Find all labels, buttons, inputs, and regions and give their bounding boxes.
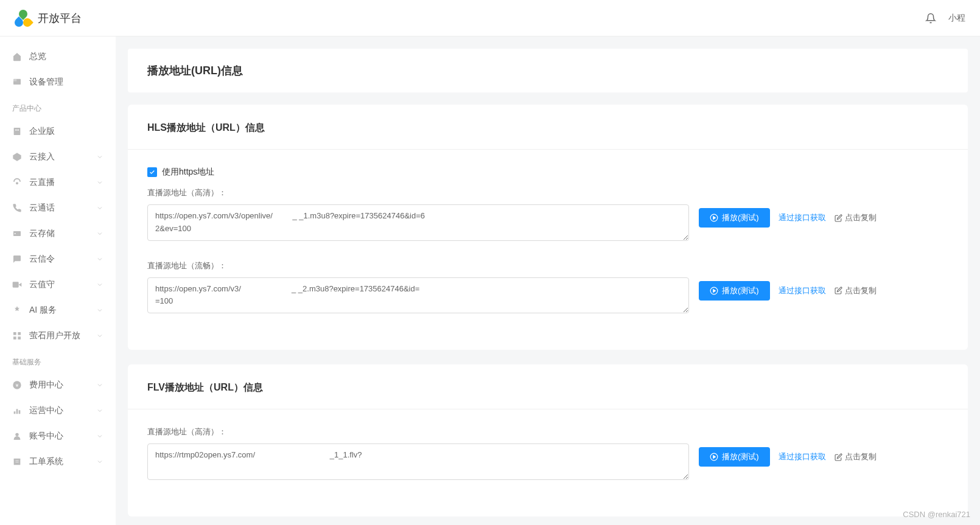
https-checkbox-label: 使用https地址 [162, 167, 214, 178]
copy-button[interactable]: 点击复制 [835, 451, 877, 462]
chevron-down-icon [96, 307, 103, 314]
svg-rect-11 [13, 336, 16, 339]
api-get-link[interactable]: 通过接口获取 [779, 285, 826, 296]
svg-rect-12 [18, 336, 21, 339]
flv-hd-url-input[interactable] [147, 443, 689, 480]
sidebar-item-account[interactable]: 账号中心 [0, 423, 116, 449]
edit-icon [835, 214, 842, 222]
svg-rect-2 [14, 128, 21, 135]
divider [128, 409, 968, 409]
sidebar-item-label: 工单系统 [29, 456, 89, 467]
play-button[interactable]: 播放(测试) [699, 208, 770, 228]
sidebar-section-product: 产品中心 [0, 95, 116, 119]
svg-point-8 [15, 233, 16, 234]
ai-icon [12, 305, 22, 315]
sidebar-item-cloud-guard[interactable]: 云值守 [0, 272, 116, 297]
user-name[interactable]: 小程 [948, 13, 965, 24]
sidebar-item-ops[interactable]: 运营中心 [0, 398, 116, 423]
sidebar-item-label: 账号中心 [29, 431, 89, 442]
sidebar-item-label: 设备管理 [29, 77, 103, 88]
svg-point-18 [15, 433, 18, 436]
divider [128, 149, 968, 150]
svg-rect-4 [18, 130, 19, 131]
api-get-link[interactable]: 通过接口获取 [779, 212, 826, 223]
copy-button[interactable]: 点击复制 [835, 285, 877, 296]
chart-icon [12, 406, 22, 415]
api-get-link[interactable]: 通过接口获取 [779, 451, 826, 462]
sidebar-item-label: AI 服务 [29, 305, 89, 316]
notification-icon[interactable] [925, 13, 936, 24]
copy-button[interactable]: 点击复制 [835, 212, 877, 223]
sidebar-item-cloud-live[interactable]: 云直播 [0, 170, 116, 195]
svg-marker-23 [713, 217, 716, 220]
hls-sd-label: 直播源地址（流畅）： [147, 260, 948, 271]
sidebar-item-overview[interactable]: 总览 [0, 44, 116, 69]
sidebar-item-label: 运营中心 [29, 405, 89, 416]
sidebar-item-cloud-talk[interactable]: 云通话 [0, 195, 116, 221]
svg-marker-25 [713, 289, 716, 292]
chevron-down-icon [96, 458, 103, 465]
https-checkbox[interactable] [147, 167, 157, 177]
play-button[interactable]: 播放(测试) [699, 281, 770, 301]
chevron-down-icon [96, 230, 103, 237]
svg-rect-19 [14, 459, 21, 465]
hls-hd-url-input[interactable] [147, 204, 689, 241]
sidebar-item-ticket[interactable]: 工单系统 [0, 449, 116, 475]
chevron-down-icon [96, 256, 103, 263]
hls-hd-block: 直播源地址（高清）： 播放(测试) 通过接口获取 点击复制 [147, 187, 948, 241]
flv-hd-block: 直播源地址（高清）： 播放(测试) 通过接口获取 点击复制 [147, 426, 948, 480]
svg-rect-16 [16, 409, 18, 414]
platform-title: 开放平台 [38, 11, 82, 26]
sidebar-item-label: 云存储 [29, 228, 89, 239]
hls-hd-label: 直播源地址（高清）： [147, 187, 948, 198]
sidebar-item-label: 费用中心 [29, 380, 89, 391]
play-button[interactable]: 播放(测试) [699, 447, 770, 467]
flv-hd-label: 直播源地址（高清）： [147, 426, 948, 437]
message-icon [12, 254, 22, 264]
logo-icon [15, 10, 32, 27]
cloud-live-icon [12, 178, 22, 187]
chevron-down-icon [96, 407, 103, 414]
sidebar: 总览 设备管理 产品中心 企业版 云接入 云直播 云通话 [0, 37, 116, 525]
hls-sd-url-input[interactable] [147, 277, 689, 314]
sidebar-item-label: 云信令 [29, 254, 89, 265]
grid-icon [12, 331, 22, 341]
sidebar-item-cloud-message[interactable]: 云信令 [0, 246, 116, 272]
header: 开放平台 小程 [0, 0, 980, 37]
home-icon [12, 52, 22, 61]
sidebar-item-label: 总览 [29, 51, 103, 62]
flv-section-title: FLV播放地址（URL）信息 [147, 381, 948, 394]
chevron-down-icon [96, 179, 103, 186]
storage-icon [12, 229, 22, 238]
sidebar-item-cloud-storage[interactable]: 云存储 [0, 221, 116, 246]
sidebar-item-label: 云值守 [29, 279, 89, 290]
cloud-access-icon [12, 152, 22, 162]
sidebar-item-ai[interactable]: AI 服务 [0, 297, 116, 323]
chevron-down-icon [96, 332, 103, 339]
https-checkbox-row: 使用https地址 [147, 167, 948, 178]
svg-rect-17 [19, 410, 21, 414]
sidebar-item-device[interactable]: 设备管理 [0, 69, 116, 95]
fee-icon: ¥ [12, 380, 22, 390]
svg-rect-3 [15, 130, 16, 131]
sidebar-item-enterprise[interactable]: 企业版 [0, 119, 116, 144]
header-right: 小程 [925, 13, 965, 24]
hls-section-title: HLS播放地址（URL）信息 [147, 122, 948, 134]
sidebar-item-user-open[interactable]: 萤石用户开放 [0, 323, 116, 349]
hls-sd-block: 直播源地址（流畅）： 播放(测试) 通过接口获取 点击复制 [147, 260, 948, 314]
edit-icon [835, 287, 842, 294]
edit-icon [835, 453, 842, 461]
chevron-down-icon [96, 153, 103, 161]
svg-marker-27 [713, 456, 716, 459]
svg-point-6 [16, 182, 18, 184]
ticket-icon [12, 457, 22, 467]
svg-text:¥: ¥ [15, 383, 19, 388]
sidebar-item-fee[interactable]: ¥ 费用中心 [0, 372, 116, 398]
flv-section: FLV播放地址（URL）信息 直播源地址（高清）： 播放(测试) 通过接口获取 [128, 364, 968, 516]
hls-section: HLS播放地址（URL）信息 使用https地址 直播源地址（高清）： 播放(测 [128, 105, 968, 350]
main-content: 播放地址(URL)信息 HLS播放地址（URL）信息 使用https地址 直播源… [116, 37, 980, 525]
chevron-down-icon [96, 381, 103, 389]
camera-icon [12, 280, 22, 290]
sidebar-item-cloud-access[interactable]: 云接入 [0, 144, 116, 170]
chevron-down-icon [96, 433, 103, 440]
